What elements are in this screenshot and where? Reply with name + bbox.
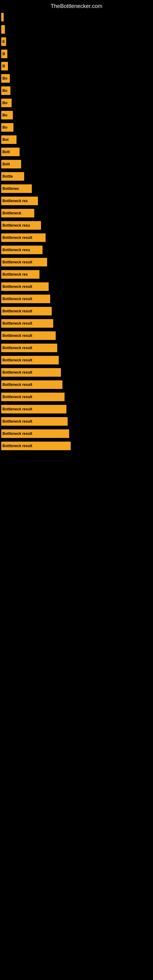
bar-row: B [0,60,153,72]
bar-item: Bottleneck resu [1,221,41,230]
bar-item: Bott [1,160,21,169]
bar-row: Bottleneck res [0,195,153,207]
bar-item: Bottleneck result [1,319,53,328]
bar-item [1,25,5,34]
bar-item: E [1,37,6,46]
bar-item: B [1,49,7,58]
bar-row: Bo [0,97,153,109]
bar-row: Bott [0,158,153,170]
bar-row: Bottleneck [0,207,153,219]
bar-item: Bottleneck res [1,197,38,205]
bar-row: Bott [0,146,153,158]
bar-row: E [0,35,153,48]
bar-row: Bottleneck result [0,391,153,403]
bar-item [1,13,4,21]
bar-row: Bottleneck result [0,342,153,354]
bar-row: Bottleneck result [0,428,153,440]
bar-item: B [1,62,8,70]
bar-row: Bo [0,84,153,97]
bar-row: Bottleneck result [0,366,153,379]
bar-item: Bottleneck result [1,405,66,414]
bar-item: Bottleneck result [1,393,65,401]
bar-row: Bottleneck resu [0,219,153,232]
bar-item: Bo [1,74,10,83]
bar-row: Bot [0,134,153,146]
bar-item: Bottleneck res [1,270,40,279]
bar-row: Bo [0,121,153,134]
bar-item: Bottleneck result [1,282,49,291]
bar-row: Bottleneck result [0,415,153,428]
bar-item: Bo [1,111,13,119]
bar-row: Bottleneck result [0,256,153,268]
bar-item: Bottlenec [1,185,32,193]
bar-item: Bottleneck result [1,294,50,303]
bar-item: Bottle [1,172,24,181]
bar-row: Bottleneck result [0,440,153,452]
bar-item: Bottleneck result [1,380,62,389]
bar-row: Bottleneck result [0,232,153,244]
bar-item: Bottleneck result [1,331,56,340]
bar-row: Bottlenec [0,183,153,195]
bar-item: Bo [1,123,13,132]
bar-row: Bo [0,109,153,121]
bar-item: Bo [1,86,10,95]
bar-row: Bottleneck result [0,403,153,415]
bar-row: Bottleneck result [0,329,153,342]
bar-item: Bottleneck result [1,344,57,352]
bar-item: Bottleneck result [1,430,69,438]
bar-item: Bottleneck result [1,442,71,450]
bar-row: Bo [0,72,153,84]
bar-row: Bottleneck resu [0,244,153,256]
bar-row: Bottleneck result [0,317,153,329]
bar-row: Bottleneck res [0,268,153,280]
bar-item: Bottleneck result [1,307,52,315]
bar-item: Bottleneck [1,209,34,218]
bar-item: Bottleneck result [1,417,68,426]
bar-row: Bottleneck result [0,305,153,317]
bar-row: B [0,48,153,60]
bar-item: Bottleneck result [1,368,61,377]
bar-item: Bott [1,148,19,156]
site-title: TheBottlenecker.com [0,0,153,11]
bar-row [0,23,153,35]
bar-row: Bottleneck result [0,379,153,391]
bar-row: Bottle [0,170,153,183]
bar-item: Bot [1,135,16,144]
bar-row [0,11,153,23]
bar-item: Bottleneck result [1,356,59,364]
bar-row: Bottleneck result [0,354,153,366]
bar-row: Bottleneck result [0,280,153,293]
bar-item: Bottleneck resu [1,246,43,254]
bar-item: Bo [1,99,12,107]
bar-row: Bottleneck result [0,293,153,305]
bar-item: Bottleneck result [1,233,46,242]
bar-item: Bottleneck result [1,258,47,266]
